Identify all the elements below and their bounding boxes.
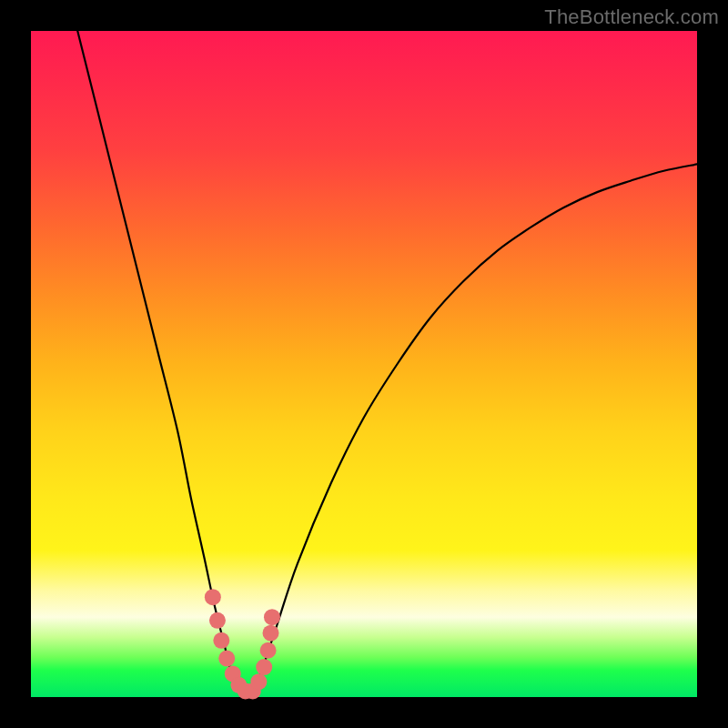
watermark-text: TheBottleneck.com [544,5,719,29]
curve-marker [260,642,277,659]
curve-marker [250,673,267,690]
curve-marker [205,589,221,605]
curve-marker [213,632,229,649]
chart-overlay [31,31,697,697]
marker-group [205,589,280,699]
curve-marker [256,659,272,675]
curve-marker [264,609,280,625]
chart-frame: TheBottleneck.com [0,0,728,728]
curve-marker [218,651,235,667]
curve-marker [209,612,226,629]
chart-plot-area [31,31,697,697]
bottleneck-curve [77,31,697,694]
curve-marker [263,625,279,642]
